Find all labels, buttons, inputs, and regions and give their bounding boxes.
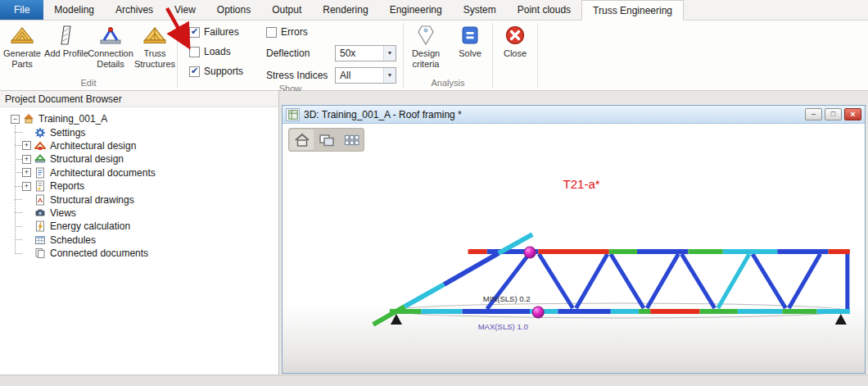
grid-views-button[interactable]	[339, 129, 363, 150]
tree-item-architectural-documents[interactable]: + Architectural documents	[0, 166, 278, 179]
ribbon-group-show: Failures Loads Supports Errors	[178, 20, 403, 90]
main-area: Project Document Browser − Training_001_…	[0, 91, 868, 375]
loads-checkbox-box	[189, 47, 200, 57]
tab-point-clouds[interactable]: Point clouds	[507, 0, 581, 20]
supports-checkbox[interactable]: Supports	[189, 65, 260, 78]
maximize-button[interactable]: □	[825, 108, 842, 120]
loads-checkbox-label: Loads	[204, 46, 231, 57]
tab-file[interactable]: File	[0, 0, 43, 20]
analysis-group-label: Analysis	[404, 77, 492, 90]
tree-item-energy-calculation[interactable]: + Energy calculation	[0, 220, 278, 233]
failures-checkbox[interactable]: Failures	[189, 25, 260, 39]
cascade-windows-icon	[318, 133, 336, 148]
tree-item-reports[interactable]: + Reports	[0, 179, 278, 193]
generate-parts-button[interactable]: Generate Parts	[0, 20, 44, 69]
tree-item-label: Views	[50, 207, 76, 219]
tree-item-structural-drawings[interactable]: + Structural drawings	[0, 193, 278, 206]
tab-options[interactable]: Options	[206, 0, 261, 20]
document-tree: − Training_001_A +	[0, 107, 278, 375]
tree-stub	[15, 186, 22, 187]
expand-toggle[interactable]: +	[22, 182, 31, 191]
ribbon-group-close: Close	[493, 20, 537, 90]
ribbon: Generate Parts Add Profile	[0, 20, 868, 91]
tree-item-schedules[interactable]: + Schedules	[0, 234, 278, 247]
tree-item-label: Reports	[50, 180, 84, 192]
deflection-value: 50x	[340, 48, 355, 59]
supports-checkbox-box	[189, 66, 200, 77]
status-bar	[0, 375, 868, 386]
home-view-button[interactable]	[290, 129, 314, 150]
design-criteria-icon	[414, 24, 437, 47]
expand-toggle[interactable]: +	[22, 141, 31, 150]
tab-output[interactable]: Output	[261, 0, 312, 20]
tab-system[interactable]: System	[453, 0, 507, 20]
deflection-select[interactable]: 50x ▼	[335, 45, 396, 61]
errors-checkbox-box	[266, 27, 277, 38]
viewport-canvas[interactable]: T21-a* MIN(SLS) 0.2 MAX(SLS) 1.0	[283, 124, 865, 373]
design-criteria-button[interactable]: Design criteria	[404, 20, 448, 69]
ribbon-group-analysis: Design criteria Solve Analysis	[404, 20, 492, 90]
solve-button[interactable]: Solve	[448, 20, 492, 59]
connected-documents-icon	[34, 247, 47, 259]
failures-checkbox-label: Failures	[204, 26, 239, 38]
connection-details-button[interactable]: Connection Details	[88, 20, 133, 69]
viewport-title-bar[interactable]: 3D: Training_001_A - Roof framing * – □ …	[283, 106, 865, 124]
tab-rendering[interactable]: Rendering	[312, 0, 378, 20]
tab-modeling[interactable]: Modeling	[43, 0, 105, 20]
chevron-down-icon[interactable]: ▼	[383, 46, 396, 61]
reports-icon	[34, 180, 47, 192]
ribbon-group-edit: Generate Parts Add Profile	[0, 20, 177, 90]
tree-item-connected-documents[interactable]: + Connected documents	[0, 247, 278, 260]
truss-3d-render[interactable]: T21-a* MIN(SLS) 0.2 MAX(SLS) 1.0	[283, 124, 865, 373]
tree-stub	[15, 159, 22, 160]
expand-toggle[interactable]: +	[22, 155, 31, 164]
truss-structures-label: Truss Structures	[133, 48, 177, 69]
truss-structures-button[interactable]: Truss Structures	[133, 20, 177, 69]
errors-checkbox[interactable]: Errors	[266, 25, 396, 39]
viewport-toolbar	[288, 128, 364, 152]
add-profile-button[interactable]: Add Profile	[44, 20, 88, 59]
tab-engineering[interactable]: Engineering	[379, 0, 453, 20]
minimize-button[interactable]: –	[805, 108, 822, 120]
max-sls-label: MAX(SLS) 1.0	[478, 322, 528, 331]
close-button[interactable]: Close	[493, 20, 537, 59]
chevron-down-icon[interactable]: ▼	[383, 68, 396, 83]
tab-truss-engineering[interactable]: Truss Engineering	[581, 0, 684, 20]
tree-item-label: Structural design	[50, 153, 124, 165]
tree-item-label: Settings	[50, 127, 85, 139]
generate-parts-icon	[11, 24, 34, 47]
edit-group-label: Edit	[0, 77, 177, 90]
truss-members	[373, 234, 850, 325]
tree-item-label: Structural drawings	[50, 194, 134, 206]
tree-item-views[interactable]: + Views	[0, 207, 278, 220]
tree-item-structural-design[interactable]: + Structural design	[0, 152, 278, 166]
collapse-toggle[interactable]: −	[11, 115, 20, 124]
tree-stub	[15, 239, 22, 240]
design-criteria-label: Design criteria	[404, 48, 448, 69]
expand-toggle[interactable]: +	[22, 168, 31, 177]
workspace: 3D: Training_001_A - Roof framing * – □ …	[279, 91, 868, 375]
loads-checkbox[interactable]: Loads	[189, 45, 260, 58]
group-separator	[537, 23, 538, 88]
project-icon	[22, 113, 35, 125]
tree-stub	[15, 212, 22, 213]
struct-design-icon	[34, 153, 47, 165]
tree-item-settings[interactable]: + Settings	[0, 125, 278, 139]
truss-structures-icon	[143, 24, 166, 47]
tree-stub	[15, 145, 22, 146]
tab-view[interactable]: View	[164, 0, 206, 20]
tree-item-architectural-design[interactable]: + Architectural design	[0, 139, 278, 152]
tree-item-training-root[interactable]: − Training_001_A	[0, 112, 278, 125]
stress-indices-value: All	[340, 70, 350, 81]
tab-archives[interactable]: Archives	[105, 0, 164, 20]
stress-indices-select[interactable]: All ▼	[335, 67, 396, 84]
close-window-button[interactable]: ×	[844, 108, 861, 120]
truss-name-label: T21-a*	[563, 177, 599, 191]
tree-item-label: Training_001_A	[38, 113, 107, 125]
schedules-icon	[34, 234, 47, 246]
tree-item-label: Architectural design	[50, 140, 136, 152]
viewport-window: 3D: Training_001_A - Roof framing * – □ …	[282, 105, 866, 374]
add-profile-label: Add Profile	[44, 48, 88, 59]
cascade-views-button[interactable]	[314, 129, 338, 150]
supports-checkbox-label: Supports	[204, 66, 243, 77]
